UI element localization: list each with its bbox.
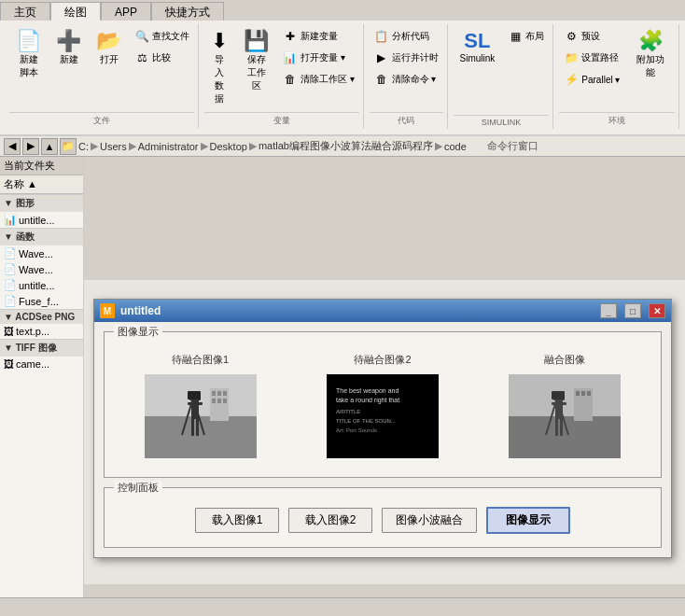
svg-rect-17 [212,399,216,403]
clear-workspace-label: 清除工作区 ▾ [301,73,355,86]
tree-item-text-png[interactable]: 🖼 text.p... [0,324,83,339]
tree-section-functions: ▼ 函数 [0,228,83,245]
left-panel: 当前文件夹 名称 ▲ ▼ 图形 📊 untitle... ▼ 函数 📄 Wave… [0,157,84,603]
forward-button[interactable]: ▶ [22,138,39,155]
control-buttons: 载入图像1 载入图像2 图像小波融合 图像显示 [114,499,651,538]
btn-new[interactable]: ➕ 新建 [49,26,88,69]
clear-workspace-icon: 🗑 [283,72,298,87]
btn-addons[interactable]: 🧩 附加功能 [626,26,675,82]
svg-rect-16 [223,391,227,396]
dialog-close-button[interactable]: ✕ [649,303,665,318]
dialog-title-text: untitled [120,304,593,317]
tab-app[interactable]: APP [101,2,151,21]
tree-item-camera[interactable]: 🖼 came... [0,357,83,371]
folder-col-header: 名称 ▲ [0,175,83,194]
set-path-label: 设置路径 [581,51,619,64]
btn-compare[interactable]: ⚖ 比较 [130,48,194,68]
addons-label: 附加功能 [633,53,668,79]
folder-icon-btn[interactable]: 📁 [60,138,77,155]
btn-layout[interactable]: ▦ 布局 [503,26,549,47]
preferences-label: 预设 [581,30,600,43]
tab-shortcut[interactable]: 快捷方式 [151,2,224,21]
main-area: 当前文件夹 名称 ▲ ▼ 图形 📊 untitle... ▼ 函数 📄 Wave… [0,157,685,603]
up-button[interactable]: ▲ [41,138,58,155]
compare-icon: ⚖ [134,50,149,65]
btn-open-var[interactable]: 📊 打开变量 ▾ [278,48,359,68]
dialog-titlebar: M untitled _ □ ✕ [94,300,671,322]
image-placeholder-2: The best weapon and take a round right t… [327,374,439,458]
run-time-label: 运行并计时 [392,51,439,64]
tree-item-wave1[interactable]: 📄 Wave... [0,245,83,261]
svg-rect-41 [581,391,585,396]
control-panel-section: 控制面板 载入图像1 载入图像2 图像小波融合 图像显示 [104,487,662,548]
dialog-minimize-button[interactable]: _ [600,303,617,318]
btn-preferences[interactable]: ⚙ 预设 [559,26,624,47]
svg-rect-19 [223,399,227,403]
new-var-label: 新建变量 [301,30,338,43]
save-workspace-label: 保存工作区 [244,53,270,92]
layout-icon: ▦ [508,29,523,44]
ribbon-group-simulink: SL Simulink ▦ 布局 SIMULINK [450,24,554,129]
command-window-tab[interactable]: 命令行窗口 [487,139,538,153]
btn-load-image2[interactable]: 载入图像2 [288,508,372,533]
code-group-label: 代码 [370,112,443,127]
tab-draw[interactable]: 绘图 [50,2,101,21]
svg-text:The best weapon and: The best weapon and [336,387,398,395]
image-title-2: 待融合图像2 [354,353,411,367]
new-script-label: 新建脚本 [20,53,38,79]
tree-item-wave2[interactable]: 📄 Wave... [0,261,83,277]
btn-run-time[interactable]: ▶ 运行并计时 [370,48,443,68]
simulink-icon: SL [464,29,490,53]
dialog-backdrop: M untitled _ □ ✕ 图像显示 待融合图像1 [84,280,685,584]
ribbon-group-code: 📋 分析代码 ▶ 运行并计时 🗑 清除命令 ▾ 代码 [366,24,448,129]
btn-import-data[interactable]: ⬇ 导入数据 [204,26,235,108]
svg-rect-12 [188,391,201,399]
tree-item-untitled2[interactable]: 📄 untitle... [0,277,83,293]
nav-bar: ◀ ▶ ▲ 📁 C: ▶ Users ▶ Administrator ▶ Des… [0,136,685,157]
ribbon: 📄 新建脚本 ➕ 新建 📂 打开 🔍 查找文件 ⚖ 比较 [0,21,685,136]
btn-new-script[interactable]: 📄 新建脚本 [9,26,48,82]
variable-group-label: 变量 [204,112,359,127]
dialog-window: M untitled _ □ ✕ 图像显示 待融合图像1 [93,299,672,558]
btn-simulink[interactable]: SL Simulink [454,26,502,66]
svg-rect-8 [196,419,199,436]
analyze-code-icon: 📋 [374,29,389,44]
btn-analyze-code[interactable]: 📋 分析代码 [370,26,443,47]
btn-find-file[interactable]: 🔍 查找文件 [130,26,194,47]
set-path-icon: 📁 [564,50,579,65]
btn-wavelet-fusion[interactable]: 图像小波融合 [382,508,477,533]
parallel-icon: ⚡ [564,72,579,87]
tab-home[interactable]: 主页 [0,2,50,21]
dialog-maximize-button[interactable]: □ [624,303,641,318]
simulink-group-label: SIMULINK [454,115,550,127]
image-display-area: 待融合图像1 [114,343,651,468]
tree-section-png: ▼ ACDSee PNG [0,309,83,324]
svg-rect-38 [552,391,565,399]
btn-new-var[interactable]: ✚ 新建变量 [278,26,359,47]
svg-rect-32 [561,402,566,405]
new-var-icon: ✚ [283,29,298,44]
btn-clear-cmd[interactable]: 🗑 清除命令 ▾ [370,69,443,90]
new-script-icon: 📄 [16,29,41,53]
image-title-1: 待融合图像1 [172,353,229,367]
btn-parallel[interactable]: ⚡ Parallel ▾ [559,69,624,90]
btn-show-images[interactable]: 图像显示 [486,507,570,534]
parallel-label: Parallel ▾ [581,75,620,85]
open-icon: 📂 [96,29,121,53]
btn-load-image1[interactable]: 载入图像1 [195,508,279,533]
tree-item-untitled[interactable]: 📊 untitle... [0,212,83,228]
btn-clear-workspace[interactable]: 🗑 清除工作区 ▾ [278,69,359,90]
image-cell-3: 融合图像 [479,353,651,458]
run-time-icon: ▶ [374,50,389,65]
btn-set-path[interactable]: 📁 设置路径 [559,48,624,68]
image-cell-1: 待融合图像1 [114,353,287,458]
tree-section-tiff: ▼ TIFF 图像 [0,339,83,357]
tree-item-fuse[interactable]: 📄 Fuse_f... [0,293,83,309]
preferences-icon: ⚙ [564,29,579,44]
control-panel-label: 控制面板 [114,481,162,495]
back-button[interactable]: ◀ [4,138,21,155]
svg-rect-6 [197,402,203,405]
image-placeholder-1 [145,374,257,458]
btn-save-workspace[interactable]: 💾 保存工作区 [237,26,276,95]
btn-open[interactable]: 📂 打开 [90,26,128,69]
